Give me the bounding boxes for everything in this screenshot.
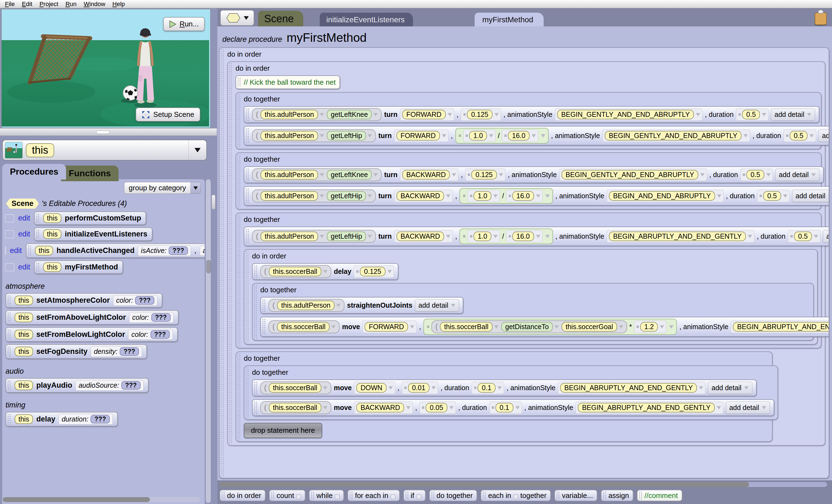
number-argument[interactable]: ≡1.0: [467, 190, 500, 202]
subject-expression[interactable]: this.adultPersongetLeftKnee: [252, 108, 382, 121]
procedure-tile[interactable]: thismyFirstMethod: [34, 260, 123, 274]
number-argument[interactable]: ≡0.125: [465, 169, 505, 181]
number-argument[interactable]: ≡0.1: [490, 401, 522, 414]
drag-handle[interactable]: [27, 245, 32, 256]
number-argument[interactable]: ≡0.05: [420, 401, 456, 414]
edit-link[interactable]: edit: [10, 246, 22, 255]
math-expression[interactable]: ≡this.soccerBallgetDistanceTothis.soccer…: [423, 319, 677, 335]
number-argument[interactable]: ≡16.0: [502, 130, 538, 142]
scrollbar-thumb[interactable]: [219, 482, 749, 487]
drag-handle[interactable]: [245, 168, 250, 181]
editor-tab-my-first-method[interactable]: myFirstMethod: [475, 12, 544, 26]
subject-expression[interactable]: this.soccerBall: [260, 381, 331, 394]
toolbar-tile-variable-[interactable]: variable...: [554, 490, 597, 501]
menu-item-run[interactable]: Run: [66, 1, 77, 8]
menu-item-project[interactable]: Project: [40, 1, 58, 8]
drag-handle[interactable]: [7, 312, 11, 323]
enum-argument[interactable]: FORWARD: [394, 130, 448, 142]
statement[interactable]: this.soccerBallmoveDOWN,≡0.01, duration≡…: [252, 380, 757, 396]
unset-value-pill[interactable]: ???: [151, 313, 171, 322]
procedure-tile[interactable]: thisinitializeEventListeners: [34, 227, 152, 241]
panel-divider-handle[interactable]: [212, 195, 215, 209]
object-pill[interactable]: this.adultPerson: [261, 191, 324, 201]
subject-expression[interactable]: this.soccerBallgetDistanceTothis.soccerG…: [432, 320, 627, 333]
scene-preview[interactable]: Run... Setup Scene: [1, 9, 211, 128]
toolbar-tile--comment[interactable]: //comment: [637, 490, 682, 501]
object-pill[interactable]: this.adultPerson: [261, 170, 324, 179]
procedure-tile[interactable]: thisplayAudioaudioSource:???: [5, 378, 149, 393]
class-menu-button[interactable]: [220, 10, 254, 26]
enum-argument[interactable]: BEGIN_AND_END_ABRUPTLY: [607, 190, 723, 202]
number-argument[interactable]: ≡0.1: [472, 382, 504, 394]
drag-handle[interactable]: [254, 401, 258, 414]
drag-handle[interactable]: [262, 299, 266, 312]
add-detail-button[interactable]: add detail: [771, 108, 815, 121]
add-detail-button[interactable]: add detail: [792, 190, 829, 202]
enum-argument[interactable]: BEGIN_GENTLY_AND_END_ABRUPTLY: [602, 130, 750, 142]
number-argument[interactable]: ≡0.125: [461, 108, 501, 121]
drag-handle[interactable]: [311, 491, 314, 500]
menu-item-window[interactable]: Window: [84, 1, 105, 8]
drag-handle[interactable]: [271, 491, 274, 500]
code-block-do-in-order[interactable]: do in orderdo in order// Kick the ball t…: [219, 47, 829, 478]
toolbar-tile-do-together[interactable]: do together: [429, 490, 477, 501]
drag-handle[interactable]: [482, 491, 486, 500]
edit-link[interactable]: edit: [18, 263, 30, 271]
run-button[interactable]: Run...: [163, 17, 205, 31]
enum-argument[interactable]: BACKWARD: [394, 230, 453, 243]
object-pill[interactable]: this.soccerBall: [277, 322, 336, 332]
enum-argument[interactable]: FORWARD: [362, 320, 417, 333]
object-pill[interactable]: this.soccerBall: [269, 267, 328, 276]
enum-argument[interactable]: BEGIN_ABRUPTLY_AND_END_GENTLY: [558, 382, 705, 394]
group-by-dropdown[interactable]: [190, 182, 201, 194]
subject-expression[interactable]: this.soccerBall: [260, 401, 331, 414]
code-block-do-in-order[interactable]: do in orderthis.soccerBalldelay≡0.125do …: [244, 249, 818, 344]
procedure-tile[interactable]: thissetAtmosphereColorcolor:???: [5, 293, 162, 308]
editor-tab-initialize-event-listeners[interactable]: initializeEventListeners: [320, 12, 413, 26]
toolbar-tile-count[interactable]: count: [269, 490, 305, 501]
math-expression[interactable]: ≡≡1.0/≡16.0: [460, 228, 553, 244]
toolbar-tile-for-each-in[interactable]: for each in: [347, 490, 399, 501]
subject-expression[interactable]: this.adultPerson: [268, 299, 344, 312]
procedure-tile[interactable]: thissetFromBelowLightColorcolor:???: [5, 327, 178, 342]
drag-handle[interactable]: [7, 295, 11, 306]
statement[interactable]: this.soccerBallmoveFORWARD,≡this.soccerB…: [260, 317, 829, 337]
joint-pill[interactable]: getLeftKnee: [327, 110, 378, 119]
number-argument[interactable]: ≡0.01: [402, 382, 438, 394]
enum-argument[interactable]: BEGIN_GENTLY_AND_END_ABRUPTLY: [555, 108, 702, 121]
enum-argument[interactable]: BACKWARD: [354, 401, 413, 414]
drag-handle[interactable]: [431, 491, 435, 500]
object-pill[interactable]: this.soccerBall: [440, 322, 498, 332]
subject-expression[interactable]: this.adultPersongetLeftHip: [252, 129, 376, 142]
statement[interactable]: this.soccerBalldelay≡0.125: [252, 263, 398, 280]
joint-pill[interactable]: getDistanceTo: [501, 322, 558, 332]
object-pill[interactable]: this.adultPerson: [277, 301, 341, 310]
comment-tile[interactable]: // Kick the ball toward the net: [235, 75, 340, 89]
object-pill[interactable]: this.adultPerson: [261, 110, 324, 119]
unset-value-pill[interactable]: ???: [121, 381, 140, 390]
unset-value-pill[interactable]: ???: [120, 347, 139, 356]
drag-handle[interactable]: [221, 491, 225, 500]
group-by-select[interactable]: group by category: [124, 182, 201, 194]
drag-handle[interactable]: [262, 319, 266, 335]
number-argument[interactable]: ≡16.0: [506, 230, 543, 243]
drag-handle[interactable]: [7, 346, 11, 357]
joint-pill[interactable]: getLeftHip: [327, 191, 372, 201]
drag-handle[interactable]: [245, 188, 250, 204]
number-argument[interactable]: ≡0.5: [736, 108, 769, 121]
drag-handle[interactable]: [245, 108, 250, 121]
scrollbar-thumb[interactable]: [206, 260, 211, 273]
number-argument[interactable]: ≡0.5: [757, 190, 790, 202]
enum-argument[interactable]: BEGIN_ABRUPTLY_AND_END_GENTLY: [607, 230, 754, 243]
subject-expression[interactable]: this.adultPersongetLeftHip: [252, 190, 376, 202]
object-pill[interactable]: this.soccerGoal: [562, 322, 623, 332]
unset-value-pill[interactable]: ???: [151, 330, 170, 339]
number-argument[interactable]: ≡1.2: [634, 320, 667, 333]
menu-item-edit[interactable]: Edit: [22, 1, 32, 8]
statement[interactable]: this.soccerBallmoveBACKWARD,≡0.05, durat…: [252, 399, 774, 416]
joint-pill[interactable]: getLeftKnee: [327, 170, 378, 179]
add-detail-button[interactable]: add detail: [818, 130, 829, 142]
unset-value-pill[interactable]: ???: [168, 246, 188, 255]
panel-splitter[interactable]: [0, 128, 217, 136]
enum-argument[interactable]: BEGIN_ABRUPTLY_AND_END_GENTLY: [731, 320, 829, 333]
